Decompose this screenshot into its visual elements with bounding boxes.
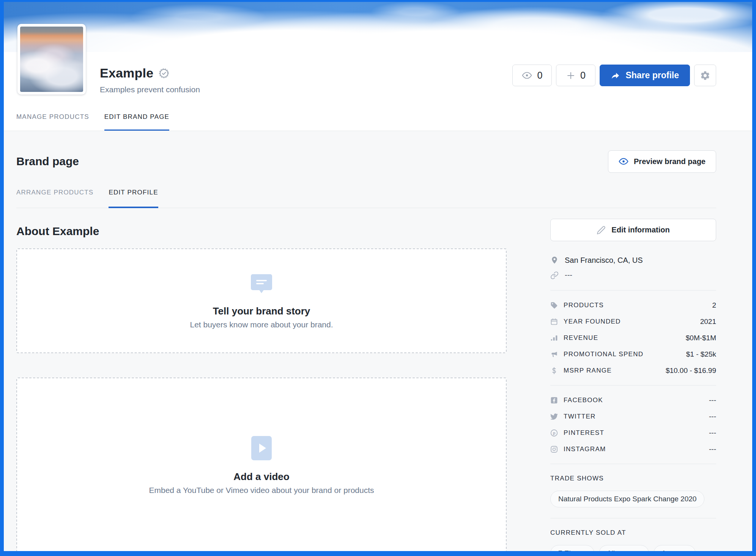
social-row-pinterest: p PINTEREST --- xyxy=(550,429,716,437)
social-row-twitter: TWITTER --- xyxy=(550,412,716,420)
stat-label: REVENUE xyxy=(564,334,598,342)
social-value: --- xyxy=(709,429,716,437)
tab-edit-profile[interactable]: EDIT PROFILE xyxy=(109,189,158,208)
views-button[interactable]: 0 xyxy=(512,65,552,86)
followers-count: 0 xyxy=(580,70,586,81)
page-title: Brand page xyxy=(16,155,79,168)
stat-label: PRODUCTS xyxy=(564,302,604,309)
edit-icon xyxy=(597,226,606,235)
stat-row-products: PRODUCTS 2 xyxy=(550,301,716,309)
profile-header: Example Examples prevent confusion xyxy=(4,52,752,131)
video-icon xyxy=(250,435,272,461)
brand-page-section: Brand page Preview brand page ARRANGE PR… xyxy=(4,131,752,556)
about-column: About Example Tell your brand story Let … xyxy=(16,208,507,556)
verified-icon xyxy=(158,68,170,79)
trade-shows-tags: Natural Products Expo Spark Change 2020 xyxy=(550,491,716,507)
preview-icon xyxy=(619,156,628,166)
share-profile-button[interactable]: Share profile xyxy=(600,65,690,86)
products-icon xyxy=(550,302,558,309)
stat-value: $0M-$1M xyxy=(686,334,716,342)
pinterest-icon: p xyxy=(550,429,558,437)
currently-sold-at-tags: 7 Eleven Albertsons Amazon xyxy=(550,545,716,556)
stat-value: 2 xyxy=(712,301,716,310)
followers-icon xyxy=(566,71,575,80)
edit-information-button[interactable]: Edit information xyxy=(550,219,716,241)
tab-edit-brand-page[interactable]: EDIT BRAND PAGE xyxy=(104,113,169,131)
stat-row-revenue: REVENUE $0M-$1M xyxy=(550,334,716,342)
revenue-icon xyxy=(550,334,558,342)
stat-label: PROMOTIONAL SPEND xyxy=(564,351,643,358)
add-video-subtitle: Embed a YouTube or Vimeo video about you… xyxy=(149,486,374,495)
social-label: INSTAGRAM xyxy=(564,445,606,453)
preview-brand-page-button[interactable]: Preview brand page xyxy=(608,150,716,173)
about-title: About Example xyxy=(16,225,507,238)
brand-story-title: Tell your brand story xyxy=(213,305,310,317)
brand-title-block: Example Examples prevent confusion xyxy=(100,66,200,94)
trade-shows-title: TRADE SHOWS xyxy=(550,475,716,482)
add-video-title: Add a video xyxy=(233,471,289,483)
info-sidebar: Edit information San Francisco, CA, US xyxy=(550,208,716,556)
stat-value: 2021 xyxy=(700,317,716,326)
svg-text:p: p xyxy=(553,431,556,435)
brand-avatar-image xyxy=(20,27,83,92)
brand-name: Example xyxy=(100,66,153,81)
brand-story-subtitle: Let buyers know more about your brand. xyxy=(190,320,333,329)
stat-label: YEAR FOUNDED xyxy=(564,318,621,325)
stat-row-promotional-spend: PROMOTIONAL SPEND $1 - $25k xyxy=(550,350,716,358)
retailer-tag: Amazon xyxy=(654,545,696,556)
social-value: --- xyxy=(709,396,716,404)
promotional-spend-icon xyxy=(550,351,558,358)
social-label: TWITTER xyxy=(564,413,596,420)
story-icon xyxy=(250,273,273,295)
twitter-icon xyxy=(550,413,558,420)
sidebar-divider xyxy=(550,290,716,291)
header-actions: 0 0 Share profile xyxy=(512,65,716,86)
social-label: PINTEREST xyxy=(564,429,604,437)
stat-label: MSRP RANGE xyxy=(564,367,612,374)
facebook-icon xyxy=(550,396,558,404)
location-value: San Francisco, CA, US xyxy=(565,256,643,265)
msrp-icon xyxy=(550,367,558,374)
currently-sold-at-title: CURRENTLY SOLD AT xyxy=(550,529,716,537)
preview-brand-page-label: Preview brand page xyxy=(634,157,706,166)
sidebar-divider xyxy=(550,518,716,518)
website-icon xyxy=(550,271,559,280)
add-video-placeholder[interactable]: Add a video Embed a YouTube or Vimeo vid… xyxy=(16,378,507,556)
brand-profile-page: Example Examples prevent confusion xyxy=(0,0,756,556)
brand-page-tabs: ARRANGE PRODUCTS EDIT PROFILE xyxy=(16,189,716,208)
stat-value: $10.00 - $16.99 xyxy=(666,366,716,375)
website-value: --- xyxy=(565,271,572,280)
brand-tagline: Examples prevent confusion xyxy=(100,85,200,94)
trade-show-tag: Natural Products Expo Spark Change 2020 xyxy=(550,491,704,507)
social-row-facebook: FACEBOOK --- xyxy=(550,396,716,404)
social-value: --- xyxy=(709,445,716,453)
brand-avatar[interactable] xyxy=(17,24,86,95)
header-tabs: MANAGE PRODUCTS EDIT BRAND PAGE xyxy=(16,113,169,131)
settings-button[interactable] xyxy=(694,65,716,86)
retailer-tag: Albertsons xyxy=(599,545,649,556)
sidebar-divider xyxy=(550,385,716,385)
stat-value: $1 - $25k xyxy=(686,350,716,359)
followers-button[interactable]: 0 xyxy=(556,65,595,86)
cover-photo xyxy=(4,2,752,52)
tab-manage-products[interactable]: MANAGE PRODUCTS xyxy=(16,113,89,131)
tab-arrange-products[interactable]: ARRANGE PRODUCTS xyxy=(16,189,93,208)
share-icon xyxy=(611,71,621,81)
social-label: FACEBOOK xyxy=(564,396,603,404)
share-profile-label: Share profile xyxy=(625,70,679,81)
year-founded-icon xyxy=(550,318,558,325)
instagram-icon xyxy=(550,445,558,453)
social-value: --- xyxy=(709,412,716,421)
views-count: 0 xyxy=(537,70,542,81)
sidebar-divider xyxy=(550,464,716,464)
retailer-tag: 7 Eleven xyxy=(550,545,594,556)
settings-icon xyxy=(700,70,710,81)
views-icon xyxy=(522,70,532,81)
location-icon xyxy=(550,256,559,265)
brand-story-placeholder[interactable]: Tell your brand story Let buyers know mo… xyxy=(16,248,507,353)
stat-row-msrp-range: MSRP RANGE $10.00 - $16.99 xyxy=(550,366,716,374)
edit-information-label: Edit information xyxy=(611,226,669,234)
social-row-instagram: INSTAGRAM --- xyxy=(550,445,716,453)
stat-row-year-founded: YEAR FOUNDED 2021 xyxy=(550,317,716,325)
